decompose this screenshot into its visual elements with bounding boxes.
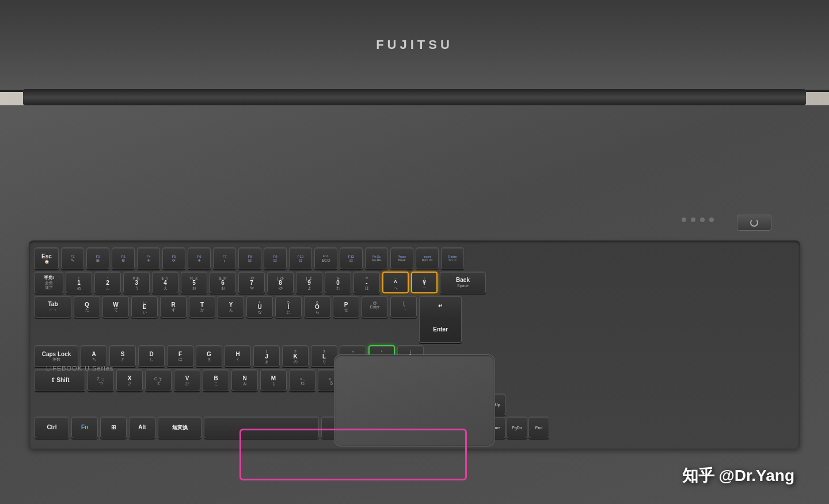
laptop-container: FUJITSU Esc 🏠 F1 ✎ <box>0 0 829 504</box>
key-d[interactable]: D し <box>138 345 165 367</box>
led-2 <box>691 217 695 222</box>
key-muhenkan[interactable]: 無変換 <box>158 417 201 438</box>
key-ctrl-left[interactable]: Ctrl <box>35 417 69 438</box>
tab-row: Tab ←→ Q た W て い E い R す <box>35 296 794 343</box>
key-u[interactable]: 4 U な <box>246 296 273 318</box>
key-x[interactable]: X さ <box>116 369 143 391</box>
led-1 <box>682 217 686 222</box>
key-h[interactable]: H く <box>225 345 251 367</box>
key-5[interactable]: % え 5 お <box>181 272 207 293</box>
status-leds <box>682 217 714 222</box>
key-win[interactable]: ⊞ <box>100 417 127 438</box>
key-f1[interactable]: F1 ✎ <box>61 247 84 269</box>
key-m[interactable]: M も <box>260 369 287 391</box>
key-a[interactable]: A ち <box>81 345 107 367</box>
laptop-hinge <box>23 89 806 105</box>
key-f10[interactable]: F10 ⊡ <box>289 247 312 269</box>
key-f12[interactable]: F12 ⊡ <box>340 247 363 269</box>
key-lbracket[interactable]: [ 「 ゜ <box>390 296 417 318</box>
key-pgdn[interactable]: PgDn <box>507 417 527 438</box>
key-e[interactable]: い E い <box>131 296 158 318</box>
key-7[interactable]: ' や 7 や <box>238 272 265 293</box>
key-9[interactable]: ) よ 9 よ <box>296 272 322 293</box>
key-g[interactable]: G き <box>196 345 222 367</box>
key-pause[interactable]: Pause Break <box>390 247 413 269</box>
key-end[interactable]: End <box>528 417 549 438</box>
led-3 <box>700 217 705 222</box>
key-k[interactable]: 2 K の <box>282 345 309 367</box>
key-s[interactable]: S と <box>109 345 136 367</box>
key-3[interactable]: # あ 3 う <box>123 272 150 293</box>
key-caret[interactable]: ~ ^ へ <box>382 272 409 293</box>
key-enter[interactable]: Enter ↵ <box>419 296 462 343</box>
key-z[interactable]: Z っ つ <box>88 369 114 391</box>
key-f9[interactable]: F9 ⊡ <box>264 247 287 269</box>
key-backspace[interactable]: Back Space <box>440 272 486 293</box>
key-2[interactable]: " 2 ふ <box>94 272 121 293</box>
key-alt-left[interactable]: Alt <box>129 417 155 438</box>
laptop-lid: FUJITSU <box>0 0 829 92</box>
key-f2[interactable]: F2 ⊞ <box>86 247 109 269</box>
power-icon <box>750 219 758 227</box>
key-i[interactable]: 5 I に <box>275 296 302 318</box>
key-tab[interactable]: Tab ←→ <box>35 296 71 318</box>
key-f8[interactable]: F8 ⊡ <box>238 247 261 269</box>
key-f5[interactable]: F5 ⟳ <box>162 247 185 269</box>
key-0[interactable]: を 0 わ <box>325 272 351 293</box>
key-esc[interactable]: Esc 🏠 <box>35 247 59 269</box>
touchpad[interactable] <box>334 354 495 446</box>
fujitsu-logo: FUJITSU <box>376 37 453 52</box>
key-c[interactable]: C そ そ <box>145 369 172 391</box>
power-button[interactable] <box>737 215 771 231</box>
key-at[interactable]: @ Enter ゛ <box>362 296 388 318</box>
key-yen[interactable]: | ¥ ー <box>411 272 438 293</box>
key-t[interactable]: T か <box>189 296 215 318</box>
key-f3[interactable]: F3 ⚙ <box>112 247 135 269</box>
key-f11[interactable]: F11 ECO <box>314 247 337 269</box>
key-insert[interactable]: Insert Num U3 <box>416 247 439 269</box>
fn-row: Esc 🏠 F1 ✎ F2 ⊞ F3 ⚙ F4 ☀ <box>35 247 794 269</box>
key-hankaku[interactable]: 半角/ 全角 漢字 <box>35 272 63 293</box>
key-w[interactable]: W て <box>102 296 129 318</box>
keyboard-deck: Esc 🏠 F1 ✎ F2 ⊞ F3 ⚙ F4 ☀ <box>0 105 829 504</box>
watermark: 知乎 @Dr.Yang <box>682 465 794 487</box>
key-b[interactable]: B こ <box>203 369 229 391</box>
key-v[interactable]: V ひ <box>174 369 200 391</box>
key-minus[interactable]: = - ほ <box>353 272 380 293</box>
key-1[interactable]: ! 1 ぬ <box>66 272 92 293</box>
key-prtsc[interactable]: Prt Sc Sys RG <box>365 247 388 269</box>
number-row: 半角/ 全角 漢字 ! 1 ぬ " 2 ふ # あ 3 う <box>35 272 794 293</box>
key-n[interactable]: N み <box>231 369 258 391</box>
key-comma[interactable]: < , ね <box>289 369 315 391</box>
key-8[interactable]: ( ゆ 8 ゆ <box>267 272 294 293</box>
key-j[interactable]: 1 J ま <box>253 345 280 367</box>
lifebook-label: LIFEBOOK U Series <box>46 365 113 372</box>
key-f4[interactable]: F4 ☀ <box>137 247 160 269</box>
key-shift-left[interactable]: ⇧ Shift <box>35 369 85 391</box>
key-6[interactable]: & お 6 お <box>210 272 236 293</box>
key-f[interactable]: F は <box>167 345 193 367</box>
key-f6[interactable]: F6 ☀ <box>188 247 211 269</box>
key-delete[interactable]: Delete Scr Lc <box>441 247 464 269</box>
key-o[interactable]: 6 O ら <box>304 296 330 318</box>
key-q[interactable]: Q た <box>74 296 100 318</box>
led-4 <box>709 217 714 222</box>
key-r[interactable]: R す <box>160 296 187 318</box>
key-space[interactable] <box>204 417 319 438</box>
key-f7[interactable]: F7 ♪ <box>213 247 236 269</box>
key-y[interactable]: Y ん <box>218 296 244 318</box>
key-capslock[interactable]: Caps Lock 英数 <box>35 345 78 367</box>
key-fn[interactable]: Fn <box>71 417 98 438</box>
key-p[interactable]: P せ <box>333 296 359 318</box>
key-4[interactable]: $ う 4 え <box>152 272 178 293</box>
